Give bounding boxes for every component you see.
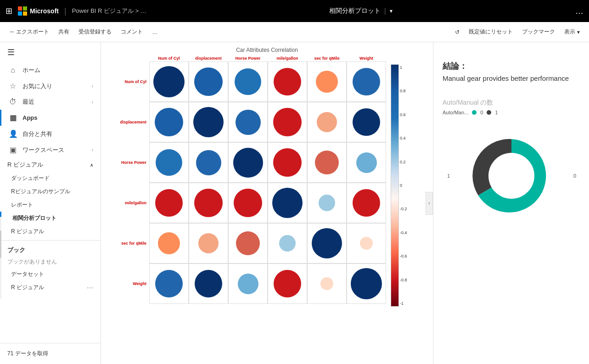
matrix-cell-1-0[interactable] [149, 102, 189, 142]
sidebar-sub-correlation[interactable]: 相関分析プロット [0, 212, 101, 225]
sidebar-item-recent[interactable]: ⏱ 最近 › [0, 94, 101, 110]
share-button[interactable]: 共有 [55, 26, 73, 38]
bubble-2-4 [315, 151, 339, 174]
matrix-cell-3-2[interactable] [228, 183, 268, 223]
matrix-cell-2-1[interactable] [189, 142, 228, 183]
matrix-cell-0-0[interactable] [149, 62, 189, 102]
matrix-cell-3-4[interactable] [307, 183, 347, 223]
scale-labels: 1 0.8 0.6 0.4 0.2 0 -0.2 -0.4 -0.6 -0.8 … [400, 64, 407, 307]
matrix-cell-4-0[interactable] [149, 223, 189, 263]
sidebar-sub-dataset[interactable]: データセット [0, 268, 101, 281]
sidebar-sub-dashboard[interactable]: ダッシュボード [0, 172, 101, 185]
matrix-cell-2-5[interactable] [347, 142, 386, 183]
topbar-dropdown-icon[interactable]: ▾ [390, 8, 393, 14]
row-label-1: displacement [106, 120, 149, 124]
r-sample-label: Rビジュアルのサンプル [11, 188, 70, 196]
sidebar-book-empty: ブックがありません [0, 256, 101, 268]
bubble-0-1 [194, 67, 223, 96]
matrix-cell-4-4[interactable] [307, 223, 347, 263]
matrix-cell-1-3[interactable] [268, 102, 307, 142]
sidebar-scroll-track [0, 217, 1, 299]
matrix-cell-0-1[interactable] [189, 62, 228, 102]
scale-1: 1 [400, 65, 407, 70]
reset-label: 既定値にリセット [469, 28, 513, 36]
view-button[interactable]: 表示 ▾ [561, 26, 583, 38]
r-visual-section-header[interactable]: R ビジュアル ∧ [0, 158, 101, 172]
matrix-cell-1-1[interactable] [189, 102, 228, 142]
matrix-cell-5-0[interactable] [149, 263, 189, 304]
sidebar-item-shared[interactable]: 👤 自分と共有 [0, 126, 101, 142]
matrix-cell-4-5[interactable] [347, 223, 386, 263]
sidebar-item-workspace[interactable]: ▣ ワークスペース › [0, 142, 101, 158]
matrix-cell-5-3[interactable] [268, 263, 307, 304]
donut-left-labels: 1 [447, 173, 450, 179]
more-dots-icon[interactable]: ⋯ [87, 284, 93, 291]
bubble-4-0 [158, 232, 180, 254]
sidebar-header[interactable]: ☰ [0, 42, 101, 62]
subscribe-button[interactable]: 受信登録する [75, 26, 115, 38]
export-button[interactable]: ↔ エクスポート [6, 26, 53, 38]
matrix-cell-1-2[interactable] [228, 102, 268, 142]
undo-button[interactable]: ↺ [451, 27, 463, 37]
matrix-cell-2-3[interactable] [268, 142, 307, 183]
matrix-cell-2-4[interactable] [307, 142, 347, 183]
matrix-container: Num of Cyl displacement Horse Power mile… [106, 56, 386, 304]
topbar-more-icon[interactable]: … [575, 6, 583, 16]
comment-label: コメント [121, 28, 143, 36]
right-panel: 結論： Manual gear provides better performa… [433, 42, 589, 364]
hamburger-icon[interactable]: ☰ [7, 47, 15, 57]
sidebar-sub-r-visual2[interactable]: R ビジュアル ⋯ [0, 281, 101, 294]
sidebar-sub-r-visual[interactable]: R ビジュアル [0, 225, 101, 238]
bubble-5-5 [351, 268, 382, 299]
matrix-cell-3-5[interactable] [347, 183, 386, 223]
bubble-1-0 [155, 108, 183, 136]
matrix-cell-2-0[interactable] [149, 142, 189, 183]
matrix-row-2: Horse Power [106, 142, 386, 183]
matrix-row-5: Weight [106, 263, 386, 304]
matrix-cell-4-3[interactable] [268, 223, 307, 263]
workspace-icon: ▣ [9, 146, 17, 154]
sidebar-bottom: 71 データを取得 [0, 343, 101, 364]
matrix-cell-1-4[interactable] [307, 102, 347, 142]
sidebar-sub-report[interactable]: レポート [0, 198, 101, 212]
sidebar-item-favorites[interactable]: ☆ お気に入り › [0, 78, 101, 94]
row-label-4: sec for qMile [106, 241, 149, 246]
donut-right-labels: 0 [573, 173, 576, 179]
matrix-cell-4-2[interactable] [228, 223, 268, 263]
col-header-5: Weight [347, 56, 386, 61]
comment-button[interactable]: コメント [117, 26, 146, 38]
matrix-cell-1-5[interactable] [347, 102, 386, 142]
bookmark-button[interactable]: ブックマーク [518, 26, 559, 38]
sidebar-item-home[interactable]: ⌂ ホーム [0, 62, 101, 78]
matrix-cell-2-2[interactable] [228, 142, 268, 183]
sidebar-sub-r-sample[interactable]: Rビジュアルのサンプル [0, 185, 101, 198]
apps-icon: ▦ [9, 113, 17, 122]
get-data-label: 71 データを取得 [7, 350, 48, 358]
collapse-panel-button[interactable]: ‹ [426, 192, 433, 215]
matrix-cell-5-5[interactable] [347, 263, 386, 304]
matrix-cell-0-4[interactable] [307, 62, 347, 102]
matrix-cell-0-5[interactable] [347, 62, 386, 102]
matrix-cell-5-1[interactable] [189, 263, 228, 304]
reset-button[interactable]: 既定値にリセット [465, 26, 516, 38]
matrix-cell-3-1[interactable] [189, 183, 228, 223]
matrix-cell-4-1[interactable] [189, 223, 228, 263]
matrix-cell-5-4[interactable] [307, 263, 347, 304]
breadcrumb[interactable]: Power BI R ビジュアル > … [72, 7, 146, 15]
sidebar-item-apps[interactable]: ▦ Apps [0, 110, 101, 126]
matrix-cell-0-2[interactable] [228, 62, 268, 102]
microsoft-logo-area: Microsoft [18, 6, 59, 16]
bubble-3-0 [155, 189, 183, 217]
matrix-cell-0-3[interactable] [268, 62, 307, 102]
grid-icon[interactable]: ⊞ [6, 6, 12, 16]
home-icon: ⌂ [9, 66, 17, 74]
matrix-cell-3-0[interactable] [149, 183, 189, 223]
ribbon-more-button[interactable]: … [148, 27, 161, 37]
donut-chart-section: 1 0 [443, 125, 580, 226]
sidebar-favorites-label: お気に入り [22, 82, 52, 90]
bubble-2-1 [196, 150, 221, 175]
legend-dot-0 [472, 110, 477, 115]
matrix-cell-3-3[interactable] [268, 183, 307, 223]
matrix-cell-5-2[interactable] [228, 263, 268, 304]
get-data-button[interactable]: 71 データを取得 [7, 347, 93, 360]
